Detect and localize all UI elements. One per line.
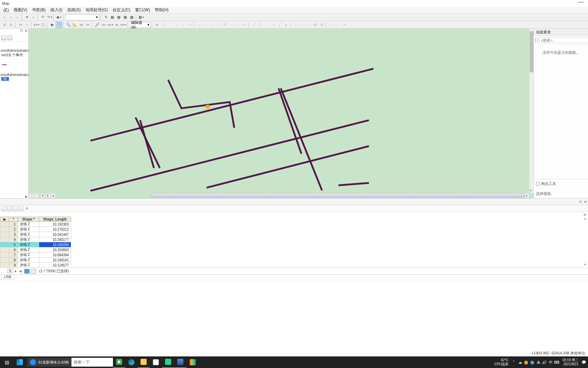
data-view-icon[interactable]: ▫ [29, 193, 34, 198]
topo-2-icon[interactable]: ╲ [257, 22, 263, 28]
edit-vertices-icon[interactable]: ▫ [196, 22, 202, 28]
table-tab-line[interactable]: LINE [1, 275, 15, 279]
row-marker[interactable] [0, 227, 9, 232]
toc-list-by-source-icon[interactable] [7, 35, 12, 40]
align-5-icon[interactable]: ⊞ [318, 22, 325, 28]
clear-sel-icon[interactable]: ✕ [25, 206, 29, 211]
undo-icon[interactable]: ↶ [40, 14, 46, 20]
find-route-icon[interactable]: 🔎 [94, 22, 100, 28]
menu-view[interactable]: 视图(V) [12, 6, 29, 14]
table-panel-close-icon[interactable]: ✕ [584, 200, 587, 204]
straight-segment-icon[interactable]: ╱ [161, 22, 167, 28]
switch-selection-icon[interactable] [19, 206, 23, 211]
redo-icon[interactable]: ↷ [46, 14, 52, 20]
find-icon[interactable]: 🔍 [65, 22, 71, 28]
template-filter2-icon[interactable] [537, 38, 538, 43]
tray-volume-icon[interactable]: 🔊 [542, 360, 547, 365]
menu-select[interactable]: 选择(S) [65, 6, 83, 14]
sketch-props-icon[interactable]: ▫ [235, 22, 241, 28]
construct-tools-checkbox[interactable] [536, 182, 540, 186]
table-row[interactable]: 6折线 Z10.203893 [0, 247, 71, 252]
pause-icon[interactable]: ‖ [45, 193, 50, 198]
viewer-icon[interactable]: ▭ [120, 22, 126, 28]
catalog-icon[interactable]: ▦ [116, 14, 122, 20]
toc-layer-1-path[interactable]: ers\Administrator [0, 48, 28, 52]
ext-3-icon[interactable]: ▫ [341, 22, 347, 28]
related-tables-icon[interactable] [7, 206, 12, 211]
ext-1-icon[interactable]: ▫ [328, 22, 334, 28]
menu-bookmark[interactable]: 书签(B) [30, 6, 48, 14]
menu-window[interactable]: 窗口(W) [133, 6, 152, 14]
last-record-icon[interactable]: ▸| [19, 269, 23, 273]
template-search-input[interactable] [539, 37, 588, 43]
scroll-down-icon[interactable]: ▾ [530, 189, 532, 192]
map-horizontal-scrollbar[interactable] [151, 193, 524, 198]
shape-length-header[interactable]: Shape_Length [39, 217, 71, 222]
table-row[interactable]: 5折线 Z10.169289 [0, 242, 71, 247]
tray-clock[interactable]: 18:19 周二 2021/9/21 [560, 358, 581, 366]
align-3-icon[interactable]: ▫ [306, 22, 312, 28]
row-marker[interactable] [0, 268, 9, 268]
table-row[interactable]: 9折线 Z10.124577 [0, 263, 71, 268]
record-number-input[interactable]: 5 [7, 269, 13, 273]
row-marker[interactable] [0, 247, 9, 252]
taskbar-chrome-icon[interactable] [113, 356, 125, 368]
editor-dropdown[interactable]: 编辑器(R)▾ [130, 22, 151, 28]
minimize-button[interactable] [578, 1, 584, 2]
menu-file[interactable]: (E) [1, 7, 11, 13]
prev-extent-icon[interactable]: ⇦ [17, 22, 23, 28]
copy-icon[interactable]: ▫ [30, 14, 36, 20]
validate-icon[interactable]: ● [283, 22, 289, 28]
toc-pin-icon[interactable]: ⊓ [20, 29, 23, 34]
row-marker[interactable] [0, 252, 9, 258]
toolbox-icon[interactable]: ▦ [109, 14, 115, 20]
time-slider-icon[interactable]: ▭ [101, 22, 107, 28]
taskbar-search[interactable]: 搜索一下 [71, 358, 113, 367]
task-view-icon[interactable] [14, 356, 26, 368]
tray-chevron-icon[interactable]: ˄ [511, 360, 517, 365]
cpu-temp[interactable]: 42°C CPU温度 [494, 358, 510, 366]
table-row[interactable]: 8折线 Z10.189141 [0, 258, 71, 263]
table-row[interactable]: 7折线 Z10.084394 [0, 252, 71, 258]
cut-poly-icon[interactable]: ▫ [209, 22, 215, 28]
tray-security-icon[interactable]: ⬤ [523, 360, 529, 365]
new-icon[interactable]: ▫ [1, 14, 7, 20]
table-scrollbar[interactable]: ▴ ▾ [583, 217, 587, 266]
start-button[interactable]: ▤ [0, 356, 14, 368]
go-to-icon[interactable]: ▭ [107, 22, 113, 28]
scale-selector[interactable]: ▾ [65, 14, 99, 20]
toc-layer-1-name[interactable]: eet1$ 个事件 [1, 52, 28, 58]
table-row[interactable]: 1折线 Z10.192303 [0, 222, 71, 227]
topo-5-icon[interactable]: ╱ [277, 22, 283, 28]
row-marker[interactable] [0, 232, 9, 237]
align-1-icon[interactable]: ▫ [293, 22, 299, 28]
taskbar-ie-tab[interactable]: 31省新增本土42例 [27, 358, 71, 367]
taskbar-arcmap-icon[interactable] [174, 356, 186, 368]
scroll-left-icon[interactable]: ◂ [50, 193, 55, 198]
row-marker[interactable] [0, 258, 9, 263]
next-extent-icon[interactable]: ⇨ [24, 22, 30, 28]
taskbar-app2-icon[interactable] [186, 356, 199, 368]
toc-layer-2-path[interactable]: ers\Administrator [0, 73, 28, 77]
refresh-icon[interactable]: ⟳ [40, 193, 45, 198]
row-marker[interactable] [0, 263, 9, 268]
scroll-right-icon[interactable]: ▸ [524, 193, 529, 198]
topo-edit-icon[interactable]: ╱ [251, 22, 257, 28]
hyper-icon[interactable]: ▭ [78, 22, 84, 28]
pointer-icon[interactable]: ▶ [49, 22, 55, 28]
search-window-icon[interactable]: ▦ [122, 14, 128, 20]
toc-layer-2-name[interactable]: NE [1, 77, 9, 81]
attributes-icon[interactable]: ▫ [228, 22, 234, 28]
taskbar-explorer-icon[interactable] [137, 356, 150, 368]
row-marker[interactable] [0, 237, 9, 242]
zoom-out-icon[interactable]: ⤡ [8, 22, 14, 28]
right-angle-icon[interactable]: ⌐ [180, 22, 186, 28]
html-popup-icon[interactable]: ▭ [114, 22, 120, 28]
tbl-scroll-down-icon[interactable]: ▾ [584, 263, 586, 266]
python-icon[interactable]: ▦ [129, 14, 135, 20]
row-header[interactable]: ▶ [0, 217, 9, 222]
cut-icon[interactable]: ✕ [24, 14, 30, 20]
menu-geoprocess[interactable]: 地理处理(G) [83, 6, 110, 14]
topo-3-icon[interactable]: · [264, 22, 270, 28]
topo-4-icon[interactable]: · [270, 22, 276, 28]
